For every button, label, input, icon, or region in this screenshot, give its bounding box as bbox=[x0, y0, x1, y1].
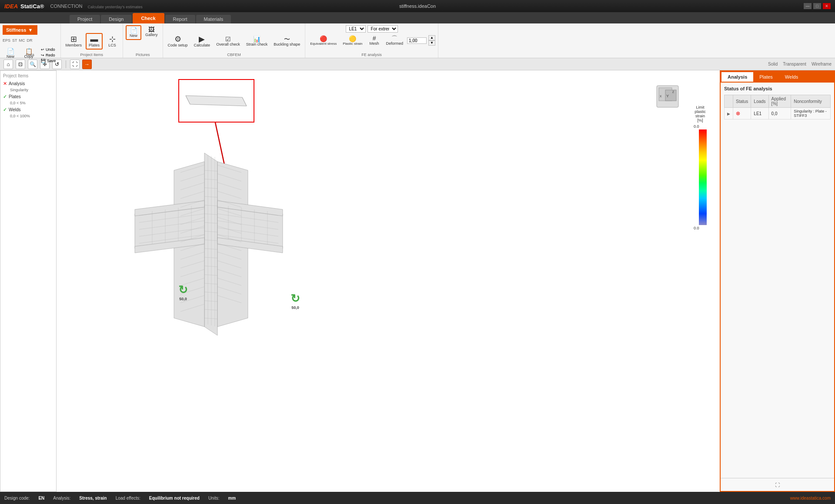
calculate-btn[interactable]: ▶ Calculate bbox=[192, 34, 213, 49]
table-row: ▶ ⊗ LE1 0,0 Singularity : Plate - STIFF3 bbox=[725, 108, 831, 119]
multiplier-input[interactable] bbox=[407, 37, 427, 44]
equivalent-stress-btn[interactable]: 🔴 Equivalent stress bbox=[308, 34, 339, 47]
fe-table: Status Loads Applied [%] Nonconformity ▶… bbox=[724, 95, 831, 119]
plastic-strain-icon: 🟡 bbox=[349, 36, 356, 42]
close-button[interactable]: ✕ bbox=[823, 3, 831, 9]
welds-detail: 0,0 < 100% bbox=[10, 114, 53, 118]
color-scale-title: Limit plastic strain [%] bbox=[694, 105, 707, 123]
fe-status-title: Status of FE analysis bbox=[724, 86, 831, 91]
analysis-value: Stress, strain bbox=[79, 496, 107, 501]
col-status: Status bbox=[733, 95, 751, 108]
app-logo: IDEA StatiCa® CONNECTION Calculate yeste… bbox=[4, 3, 143, 10]
left-panel: Project Items ✕ Analysis Singularity ✓ P… bbox=[0, 70, 57, 492]
save-btn[interactable]: 💾 Save bbox=[39, 58, 58, 63]
rotation-right-value: 50,0 bbox=[291, 305, 300, 310]
viewport[interactable]: ↻50,0 ↻50,0 Y X Z Limit plastic strain [… bbox=[57, 70, 720, 492]
tab-report[interactable]: Report bbox=[165, 15, 195, 23]
tab-project[interactable]: Project bbox=[70, 15, 100, 23]
col-applied: Applied [%] bbox=[768, 95, 791, 108]
tab-materials[interactable]: Materials bbox=[196, 15, 231, 23]
dr-btn[interactable]: DR bbox=[27, 38, 33, 43]
lcs-icon: ⊹ bbox=[109, 35, 116, 43]
mesh-icon: # bbox=[373, 35, 376, 41]
code-setup-icon: ⚙ bbox=[174, 35, 181, 43]
for-extreme-select[interactable]: For extreme bbox=[367, 25, 398, 33]
eps-btn[interactable]: EPS bbox=[3, 38, 10, 43]
tab-design[interactable]: Design bbox=[101, 15, 131, 23]
row-status-icon: ⊗ bbox=[736, 110, 740, 116]
analysis-item-label: Analysis bbox=[9, 81, 25, 86]
expand-btn[interactable]: ▶ bbox=[727, 112, 730, 116]
view-transparent-btn[interactable]: Transparent bbox=[783, 62, 806, 66]
load-effects-value: Equilibrium not required bbox=[149, 496, 200, 501]
calculate-icon: ▶ bbox=[199, 35, 205, 43]
mesh-btn[interactable]: # Mesh bbox=[367, 34, 382, 47]
strain-check-btn[interactable]: 📊 Strain check bbox=[244, 35, 270, 48]
overall-check-btn[interactable]: ☑ Overall check bbox=[214, 35, 242, 48]
plates-item-label: Plates bbox=[9, 94, 21, 99]
cbfem-label: CBFEM bbox=[163, 53, 305, 57]
svg-text:Y: Y bbox=[666, 94, 669, 98]
pictures-label: Pictures bbox=[123, 53, 163, 57]
row-applied: 0,0 bbox=[768, 108, 791, 119]
stiffness-dropdown[interactable]: Stiffness ▼ bbox=[3, 25, 37, 35]
row-nonconformity: Singularity : Plate - STIFF3 bbox=[791, 108, 831, 119]
strain-check-icon: 📊 bbox=[253, 36, 261, 42]
website-link[interactable]: www.ideastatica.com bbox=[790, 496, 831, 501]
le1-select[interactable]: LE1 bbox=[346, 25, 366, 33]
rotation-left-value: 50,0 bbox=[178, 297, 188, 301]
view-wireframe-btn[interactable]: Wireframe bbox=[812, 62, 832, 66]
tab-check[interactable]: Check bbox=[133, 13, 164, 23]
analysis-tab[interactable]: Analysis bbox=[721, 72, 753, 82]
deformed-btn[interactable]: ⌒ Deformed bbox=[384, 34, 406, 47]
gallery-icon: 🖼 bbox=[148, 27, 154, 33]
undo-icon: ↩ bbox=[41, 47, 44, 52]
project-items-label: Project Items bbox=[61, 53, 123, 57]
welds-check-item: ✓ Welds bbox=[3, 107, 53, 113]
idea-logo: IDEA bbox=[4, 3, 18, 10]
arrow-btn[interactable]: → bbox=[82, 60, 92, 69]
multiplier-down-btn[interactable]: ▼ bbox=[428, 40, 435, 46]
expand-icon: ⛶ bbox=[775, 482, 780, 487]
right-panel: Analysis Plates Welds Status of FE analy… bbox=[720, 70, 835, 492]
window-title: stiffness.ideaCon bbox=[399, 3, 436, 9]
st-btn[interactable]: ST bbox=[12, 38, 17, 43]
multiplier-up-btn[interactable]: ▲ bbox=[428, 35, 435, 40]
cube-navigator: Y X Z bbox=[655, 83, 681, 109]
buckling-shape-btn[interactable]: 〜 Buckling shape bbox=[271, 35, 302, 48]
load-effects-label: Load effects: bbox=[116, 496, 140, 501]
analysis-detail: Singularity bbox=[10, 88, 53, 92]
col-nonconformity: Nonconformity bbox=[791, 95, 831, 108]
plates-icon: ▬ bbox=[90, 35, 98, 43]
data-label: Data bbox=[0, 53, 60, 57]
units-label: Units: bbox=[208, 496, 220, 501]
code-setup-btn[interactable]: ⚙ Code setup bbox=[166, 34, 190, 49]
analysis-status-icon: ✕ bbox=[3, 81, 7, 86]
mc-btn[interactable]: MC bbox=[19, 38, 25, 43]
design-code-value: EN bbox=[38, 496, 44, 501]
ribbon-labels-group: 📄 New 🖼 Gallery Pictures bbox=[123, 23, 163, 58]
fullscreen-btn[interactable]: ⛶ bbox=[70, 60, 80, 69]
rotation-right-arrow: ↻50,0 bbox=[291, 292, 300, 310]
project-items-title: Project Items bbox=[3, 73, 53, 78]
lcs-btn[interactable]: ⊹ LCS bbox=[104, 34, 120, 49]
plates-btn[interactable]: ▬ Plates bbox=[86, 33, 103, 50]
maximize-button[interactable]: □ bbox=[813, 3, 821, 9]
new-picture-btn[interactable]: 📄 New bbox=[126, 25, 141, 40]
minimize-button[interactable]: — bbox=[804, 3, 812, 9]
plates-status-icon: ✓ bbox=[3, 94, 7, 99]
plates-tab[interactable]: Plates bbox=[753, 72, 779, 82]
members-btn[interactable]: ⊞ Members bbox=[63, 34, 84, 49]
plates-check-item: ✓ Plates bbox=[3, 94, 53, 99]
stiffness-label: Stiffness bbox=[6, 27, 26, 33]
welds-tab[interactable]: Welds bbox=[779, 72, 804, 82]
view-solid-btn[interactable]: Solid bbox=[768, 62, 778, 66]
right-panel-expand[interactable]: ⛶ bbox=[721, 478, 834, 491]
window-controls: — □ ✕ bbox=[804, 3, 831, 9]
plastic-strain-btn[interactable]: 🟡 Plastic strain bbox=[341, 34, 364, 47]
undo-btn[interactable]: ↩ Undo bbox=[39, 47, 58, 52]
gallery-btn[interactable]: 🖼 Gallery bbox=[143, 25, 160, 40]
analysis-tabs: Analysis Plates Welds bbox=[721, 71, 834, 83]
view-mode-buttons: Solid Transparent Wireframe bbox=[768, 62, 832, 66]
main-content: Project Items ✕ Analysis Singularity ✓ P… bbox=[0, 70, 835, 492]
